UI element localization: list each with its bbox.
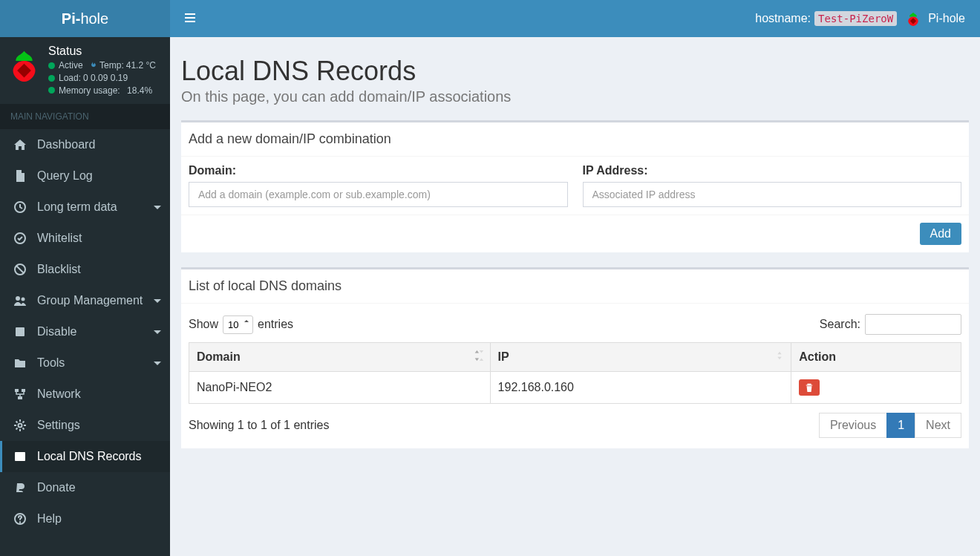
status-dot-icon bbox=[48, 62, 55, 69]
sidebar-item-label: Settings bbox=[37, 419, 80, 432]
sort-icon bbox=[774, 350, 785, 364]
sidebar-item-longterm[interactable]: Long term data bbox=[0, 192, 170, 223]
status-dot-icon bbox=[48, 87, 55, 94]
col-ip[interactable]: IP bbox=[490, 343, 791, 372]
network-icon bbox=[13, 388, 27, 400]
status-dot-icon bbox=[48, 75, 55, 82]
sidebar-item-help[interactable]: Help bbox=[0, 503, 170, 534]
ip-input[interactable] bbox=[583, 182, 962, 207]
chevron-down-icon bbox=[154, 325, 161, 338]
stop-icon bbox=[13, 326, 27, 338]
pihole-icon bbox=[906, 10, 921, 27]
status-load-value: 0 0.09 0.19 bbox=[83, 72, 128, 85]
search-label: Search: bbox=[820, 318, 860, 331]
sidebar-item-disable[interactable]: Disable bbox=[0, 316, 170, 347]
brand-hole: hole bbox=[80, 10, 108, 27]
status-mem-value: 18.4% bbox=[127, 85, 152, 97]
table-row: NanoPi-NEO2192.168.0.160 bbox=[189, 372, 961, 404]
length-select[interactable]: 10 bbox=[223, 315, 253, 334]
status-temp-label: Temp: bbox=[99, 59, 124, 72]
cell-ip: 192.168.0.160 bbox=[490, 372, 791, 404]
box-list-domains: List of local DNS domains Show 10 entrie… bbox=[181, 267, 969, 448]
top-brand-link[interactable]: Pi-hole bbox=[906, 10, 965, 27]
brand-name: Pi-hole bbox=[928, 12, 965, 25]
sidebar-toggle[interactable] bbox=[177, 9, 203, 29]
pagination: Previous 1 Next bbox=[820, 413, 961, 438]
dns-table: Domain IP Action NanoPi-NEO2192.168.0.16… bbox=[189, 342, 961, 404]
search-input[interactable] bbox=[865, 314, 961, 335]
page-title: Local DNS Records bbox=[181, 56, 969, 87]
status-mem-label: Memory usage: bbox=[59, 85, 120, 97]
app-logo[interactable]: Pi-hole bbox=[0, 0, 170, 37]
col-domain-label: Domain bbox=[197, 350, 241, 363]
brand-pi: Pi- bbox=[62, 10, 81, 27]
sidebar-item-label: Whitelist bbox=[37, 232, 82, 245]
sidebar-item-settings[interactable]: Settings bbox=[0, 410, 170, 441]
status-load-label: Load: bbox=[59, 72, 81, 85]
sidebar-item-tools[interactable]: Tools bbox=[0, 347, 170, 379]
status-temp-value: 41.2 °C bbox=[126, 59, 156, 72]
hostname-display: hostname: Test-PiZeroW bbox=[755, 11, 897, 26]
delete-button[interactable] bbox=[799, 379, 820, 396]
sidebar-item-groups[interactable]: Group Management bbox=[0, 285, 170, 316]
content: Local DNS Records On this page, you can … bbox=[170, 37, 980, 556]
sidebar-item-label: Blacklist bbox=[37, 263, 81, 276]
sidebar-item-label: Local DNS Records bbox=[37, 450, 142, 463]
add-button[interactable]: Add bbox=[920, 223, 961, 245]
sidebar-item-donate[interactable]: Donate bbox=[0, 472, 170, 503]
trash-icon bbox=[805, 383, 814, 392]
sidebar-item-label: Network bbox=[37, 387, 81, 401]
page-prev[interactable]: Previous bbox=[819, 413, 887, 438]
ban-icon bbox=[13, 264, 27, 275]
hostname-label: hostname: bbox=[755, 12, 811, 25]
sidebar-item-dashboard[interactable]: Dashboard bbox=[0, 129, 170, 160]
sidebar-item-whitelist[interactable]: Whitelist bbox=[0, 223, 170, 254]
chevron-down-icon bbox=[154, 356, 161, 370]
nav-header: MAIN NAVIGATION bbox=[0, 104, 170, 129]
box-add-domain: Add a new domain/IP combination Domain: … bbox=[181, 120, 969, 252]
sidebar-item-localdns[interactable]: Local DNS Records bbox=[0, 441, 170, 472]
bars-icon bbox=[185, 13, 195, 23]
sidebar-item-label: Dashboard bbox=[37, 138, 95, 151]
table-info: Showing 1 to 1 of 1 entries bbox=[189, 419, 329, 432]
sidebar-item-blacklist[interactable]: Blacklist bbox=[0, 254, 170, 285]
cell-domain: NanoPi-NEO2 bbox=[189, 372, 491, 404]
clock-icon bbox=[13, 201, 27, 213]
col-action-label: Action bbox=[799, 350, 836, 363]
paypal-icon bbox=[13, 482, 27, 494]
sidebar: Status Active Temp: 41.2 °C Load: 0 0.09… bbox=[0, 37, 170, 556]
status-block: Status Active Temp: 41.2 °C Load: 0 0.09… bbox=[48, 45, 163, 97]
ip-label: IP Address: bbox=[583, 164, 962, 177]
sidebar-item-label: Help bbox=[37, 512, 62, 526]
sidebar-item-label: Tools bbox=[37, 356, 65, 370]
status-active: Active bbox=[59, 59, 83, 72]
chevron-down-icon bbox=[154, 200, 161, 214]
sidebar-item-querylog[interactable]: Query Log bbox=[0, 160, 170, 192]
box-list-title: List of local DNS domains bbox=[181, 269, 969, 304]
sidebar-logo bbox=[7, 45, 41, 97]
sidebar-item-label: Donate bbox=[37, 481, 76, 494]
sidebar-item-label: Disable bbox=[37, 325, 76, 338]
page-1[interactable]: 1 bbox=[886, 413, 915, 438]
fire-icon bbox=[90, 62, 97, 69]
sidebar-item-network[interactable]: Network bbox=[0, 379, 170, 410]
cog-icon bbox=[13, 419, 27, 431]
domain-input[interactable] bbox=[189, 182, 568, 207]
chevron-down-icon bbox=[154, 294, 161, 307]
box-add-title: Add a new domain/IP combination bbox=[181, 122, 969, 157]
users-icon bbox=[13, 295, 27, 307]
page-subtitle: On this page, you can add domain/IP asso… bbox=[181, 88, 969, 105]
col-domain[interactable]: Domain bbox=[189, 343, 491, 372]
length-post: entries bbox=[258, 318, 293, 331]
sidebar-item-label: Long term data bbox=[37, 200, 117, 214]
sidebar-item-label: Query Log bbox=[37, 169, 93, 183]
folder-icon bbox=[13, 357, 27, 369]
sidebar-item-label: Group Management bbox=[37, 294, 143, 307]
domain-label: Domain: bbox=[189, 164, 568, 177]
col-ip-label: IP bbox=[498, 350, 509, 363]
sort-icon bbox=[474, 350, 484, 364]
hostname-value: Test-PiZeroW bbox=[814, 11, 897, 26]
check-icon bbox=[13, 232, 27, 244]
pihole-icon bbox=[7, 45, 41, 85]
page-next[interactable]: Next bbox=[915, 413, 961, 438]
